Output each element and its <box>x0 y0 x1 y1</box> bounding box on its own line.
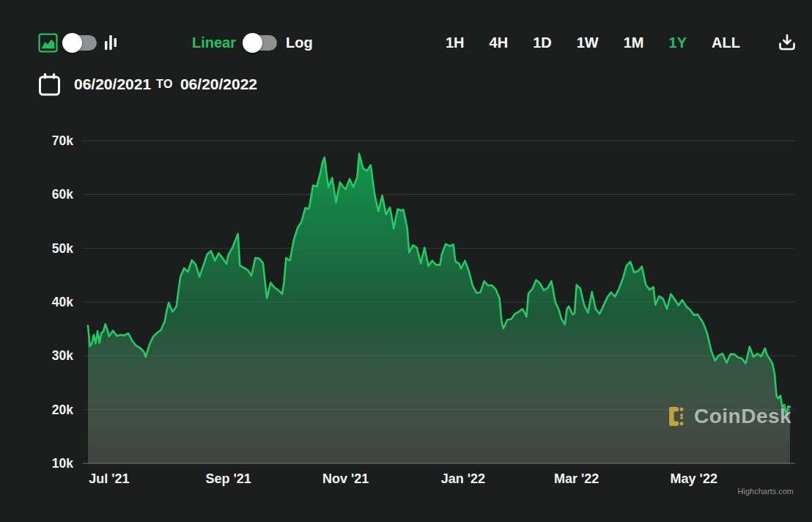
bar-chart-icon <box>103 32 118 53</box>
linear-label: Linear <box>192 34 236 51</box>
x-tick-label: May '22 <box>671 471 717 486</box>
range-button-1d[interactable]: 1D <box>533 34 552 51</box>
date-range-picker: 06/20/2021 TO 06/20/2022 <box>38 72 265 97</box>
x-tick-label: Mar '22 <box>554 471 599 486</box>
switch-knob <box>62 33 82 53</box>
y-tick-label: 30k <box>52 348 73 363</box>
x-tick-label: Sep '21 <box>205 471 251 486</box>
y-tick-label: 20k <box>52 402 73 417</box>
calendar-icon <box>38 73 61 97</box>
range-button-1y[interactable]: 1Y <box>669 34 687 51</box>
scale-toggle-group: Linear Log <box>192 34 313 51</box>
range-button-4h[interactable]: 4H <box>490 34 509 51</box>
download-button[interactable] <box>775 31 799 54</box>
area-chart-icon <box>38 33 58 53</box>
x-tick-label: Jul '21 <box>89 471 129 486</box>
y-tick-label: 50k <box>52 241 73 256</box>
switch-knob <box>243 33 262 53</box>
coindesk-price-chart-app: 70k60k50k40k30k20k10kJul '21Sep '21Nov '… <box>0 0 812 522</box>
download-icon <box>777 32 797 53</box>
chart-type-switch[interactable] <box>64 35 97 51</box>
date-range-separator: TO <box>156 78 173 91</box>
range-selector: 1H4H1D1W1M1YALL <box>446 34 740 51</box>
end-date-input[interactable]: 06/20/2022 <box>180 76 265 93</box>
range-button-1m[interactable]: 1M <box>624 34 644 51</box>
x-tick-label: Jan '22 <box>441 471 485 486</box>
range-button-1h[interactable]: 1H <box>446 34 465 51</box>
y-tick-label: 60k <box>52 187 73 202</box>
y-tick-label: 10k <box>52 456 73 471</box>
y-tick-label: 40k <box>52 295 73 309</box>
y-tick-label: 70k <box>52 133 73 148</box>
x-tick-label: Nov '21 <box>322 471 369 486</box>
start-date-input[interactable]: 06/20/2021 <box>74 76 154 93</box>
chart-type-toggle-group <box>38 32 118 53</box>
highcharts-credit-link[interactable]: Highcharts.com <box>738 487 794 496</box>
scale-switch[interactable] <box>245 35 277 51</box>
range-button-all[interactable]: ALL <box>712 34 740 51</box>
log-label: Log <box>286 34 313 51</box>
calendar-button[interactable] <box>38 72 61 97</box>
price-area-fill <box>88 154 790 463</box>
range-button-1w[interactable]: 1W <box>577 34 599 51</box>
